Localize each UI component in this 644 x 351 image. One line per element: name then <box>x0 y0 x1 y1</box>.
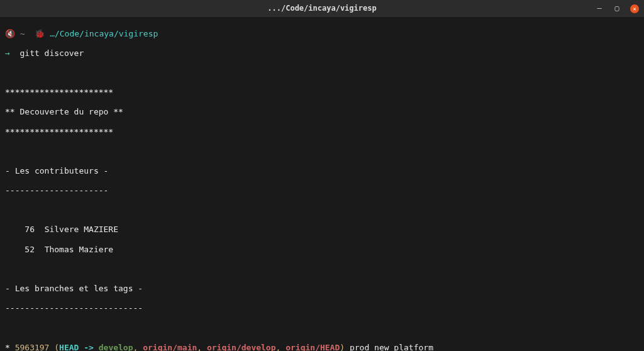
dashes: ---------------------------- <box>5 303 639 313</box>
terminal-output[interactable]: 🔇 ~ 🐞 …/Code/incaya/vigiresp → gitt disc… <box>0 18 644 351</box>
prompt-path: …/Code/incaya/vigiresp <box>50 29 158 38</box>
maximize-button[interactable]: ▢ <box>613 4 621 13</box>
window-titlebar: .../Code/incaya/vigiresp — ▢ ✕ <box>0 0 644 18</box>
prompt-icon: 🔇 ~ <box>5 29 35 38</box>
contributor-row: 76 Silvere MAZIERE <box>5 225 639 235</box>
minimize-button[interactable]: — <box>595 4 604 13</box>
ref-origin-head: origin/HEAD <box>286 343 340 351</box>
decouverte-title: ** Decouverte du repo ** <box>5 107 639 117</box>
commit-msg: prod new platform <box>345 343 433 351</box>
contributors-header: - Les contributeurs - <box>5 166 639 176</box>
ref-origin-main: origin/main <box>143 343 197 351</box>
git-log-line: * 5963197 (HEAD -> develop, origin/main,… <box>5 343 639 351</box>
dashes: --------------------- <box>5 186 639 196</box>
commit-hash: 5963197 <box>15 343 50 351</box>
branches-header: - Les branches et les tags - <box>5 284 639 294</box>
window-controls: — ▢ ✕ <box>595 4 639 13</box>
command-text: gitt discover <box>19 48 84 58</box>
window-title: .../Code/incaya/vigiresp <box>267 4 376 13</box>
contributor-row: 52 Thomas Maziere <box>5 245 639 255</box>
branch-develop: develop <box>99 343 133 351</box>
ref-origin-develop: origin/develop <box>207 343 276 351</box>
head-ref: HEAD -> <box>59 343 99 351</box>
stars-line: ********************** <box>5 87 639 98</box>
prompt-arrow: → <box>5 48 10 58</box>
debug-icon: 🐞 <box>35 29 50 38</box>
stars-line: ********************** <box>5 127 639 137</box>
close-button[interactable]: ✕ <box>630 4 639 13</box>
